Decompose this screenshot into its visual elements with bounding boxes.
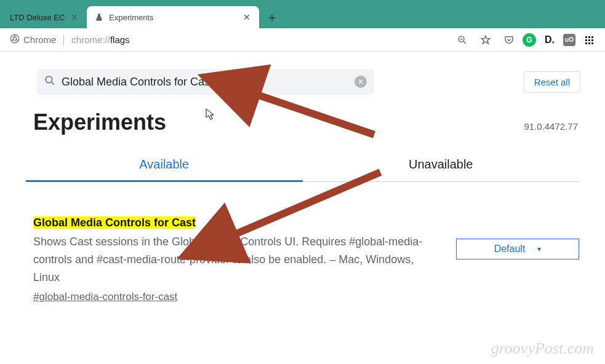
- watermark-text: groovyPost.com: [491, 339, 594, 358]
- svg-rect-11: [585, 42, 587, 44]
- dropdown-value: Default: [494, 243, 526, 255]
- tab-active[interactable]: Experiments ✕: [87, 6, 259, 28]
- tab-available[interactable]: Available: [26, 157, 303, 182]
- svg-line-3: [463, 41, 466, 44]
- flags-tabs: Available Unavailable: [26, 157, 579, 182]
- chip-label: Chrome: [23, 34, 56, 45]
- more-extensions-icon[interactable]: [579, 31, 599, 49]
- svg-point-1: [13, 37, 16, 40]
- svg-rect-9: [588, 39, 590, 41]
- zoom-icon[interactable]: [452, 31, 472, 49]
- page-title: Experiments: [33, 109, 166, 135]
- chrome-icon: [10, 34, 20, 46]
- flag-item: Global Media Controls for Cast Shows Cas…: [33, 216, 579, 303]
- address-bar: Chrome chrome://flags G D. uO: [0, 28, 605, 52]
- ublock-icon[interactable]: uO: [563, 34, 575, 46]
- close-icon[interactable]: ✕: [70, 12, 79, 22]
- svg-line-15: [52, 82, 54, 85]
- site-chip[interactable]: Chrome chrome://flags: [6, 31, 134, 49]
- page-header: Experiments 91.0.4472.77: [0, 95, 605, 135]
- flag-description: Shows Cast sessions in the Global Media …: [33, 233, 427, 286]
- url-text[interactable]: chrome://flags: [71, 34, 129, 45]
- new-tab-button[interactable]: ＋: [263, 8, 281, 26]
- clear-icon[interactable]: ✕: [355, 76, 367, 88]
- browser-tab-strip: LTD Deluxe EC ✕ Experiments ✕ ＋: [0, 0, 605, 28]
- star-icon[interactable]: [476, 31, 495, 49]
- tab-inactive[interactable]: LTD Deluxe EC ✕: [2, 6, 87, 28]
- svg-rect-10: [591, 39, 593, 41]
- reset-all-button[interactable]: Reset all: [524, 71, 580, 93]
- tab-unavailable[interactable]: Unavailable: [303, 157, 580, 181]
- flask-icon: [94, 12, 104, 22]
- search-icon: [44, 75, 55, 89]
- svg-rect-7: [591, 36, 593, 38]
- tab-title: LTD Deluxe EC: [10, 13, 65, 22]
- pocket-icon[interactable]: [499, 31, 519, 49]
- divider: [63, 34, 64, 46]
- flag-hash-link[interactable]: #global-media-controls-for-cast: [33, 291, 177, 303]
- chevron-down-icon: ▾: [537, 245, 541, 253]
- svg-rect-6: [588, 36, 590, 38]
- flag-dropdown[interactable]: Default ▾: [456, 239, 579, 259]
- svg-rect-5: [585, 36, 587, 38]
- close-icon[interactable]: ✕: [242, 12, 252, 22]
- svg-rect-12: [588, 42, 590, 44]
- flags-search[interactable]: ✕: [37, 69, 374, 95]
- svg-rect-8: [585, 39, 587, 41]
- svg-point-14: [46, 76, 52, 83]
- d-extension-icon[interactable]: D.: [540, 31, 559, 49]
- grammarly-icon[interactable]: G: [523, 33, 536, 47]
- flag-title: Global Media Controls for Cast: [33, 216, 196, 229]
- version-text: 91.0.4472.77: [524, 121, 578, 132]
- tab-title: Experiments: [109, 13, 237, 22]
- search-input[interactable]: [62, 76, 348, 89]
- svg-rect-13: [591, 42, 593, 44]
- cursor-icon: [206, 108, 215, 121]
- flags-header: ✕ Reset all: [0, 52, 605, 95]
